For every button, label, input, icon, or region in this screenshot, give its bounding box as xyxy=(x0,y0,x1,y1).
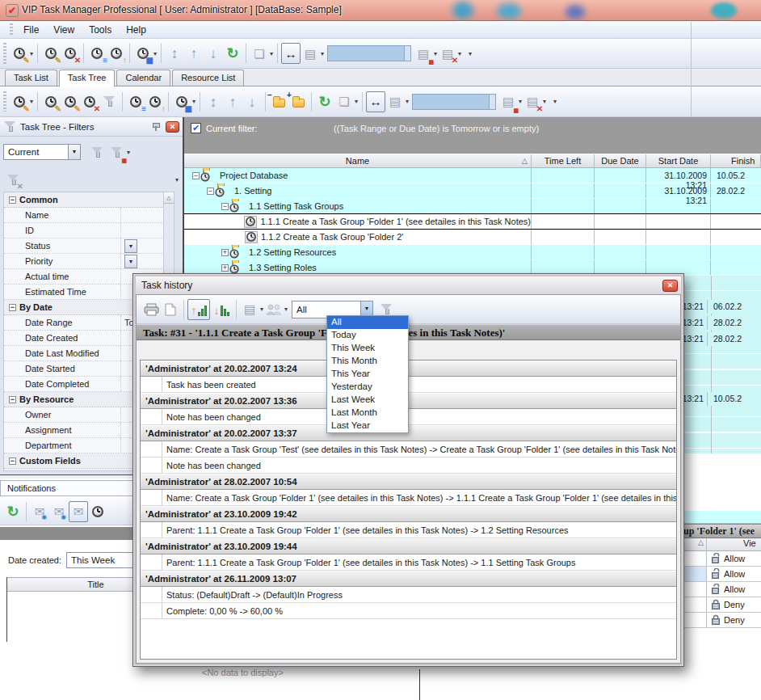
chevron-down-icon[interactable]: ▾ xyxy=(458,50,461,57)
finish-date-cell[interactable] xyxy=(711,214,761,229)
start-date-cell[interactable] xyxy=(646,245,711,259)
chevron-down-icon[interactable]: ▾ xyxy=(519,98,522,105)
chevron-down-icon[interactable]: ▾ xyxy=(153,50,157,57)
current-filter-checkbox[interactable]: ✔ xyxy=(191,123,201,133)
quick-filter-box[interactable] xyxy=(412,94,496,110)
delete-view-button[interactable]: ▤✕ xyxy=(438,43,457,64)
task-name-cell[interactable]: 1.1.1 Create a Task Group 'Folder 1' (se… xyxy=(184,214,532,229)
combo-arrow-icon[interactable]: ▼ xyxy=(124,239,137,253)
task-row[interactable]: +1.2 Setting Resources xyxy=(184,245,761,260)
move-updown-button[interactable]: ↕ xyxy=(204,91,223,112)
history-entry-detail[interactable]: Note has been changed xyxy=(141,458,676,474)
save-view-button[interactable]: ▤▦ xyxy=(414,43,433,64)
collapse-icon[interactable]: − xyxy=(9,458,16,465)
save-view-button[interactable]: ▤▦ xyxy=(498,91,518,112)
dropdown-option-all[interactable]: All xyxy=(327,316,408,329)
task-name-cell[interactable]: −1.1 Setting Task Groups xyxy=(184,199,532,213)
new-task-button[interactable]: ✎ xyxy=(10,91,29,112)
combo-arrow-icon[interactable]: ▼ xyxy=(68,145,80,159)
history-entry-detail[interactable]: Status: (Default)Draft -> (Default)In Pr… xyxy=(141,587,676,603)
combo-arrow-icon[interactable]: ▼ xyxy=(124,255,137,268)
task-row[interactable]: −Project Database31.10.2009 13:2110.05.2 xyxy=(184,168,761,183)
filter-item-priority[interactable]: Priority▼ xyxy=(4,254,174,269)
column-header-finish[interactable]: Finish xyxy=(711,154,761,167)
edit-task-button[interactable]: ✎ xyxy=(61,91,80,112)
task-list-button[interactable]: ≡ xyxy=(87,43,107,64)
delete-view-button[interactable]: ▤✕ xyxy=(523,91,542,112)
new-task-button[interactable]: ✎ xyxy=(10,43,29,64)
chevron-down-icon[interactable]: ▾ xyxy=(434,50,437,57)
due-date-cell[interactable] xyxy=(595,183,646,198)
history-entry-detail[interactable]: Parent: 1.1.1 Create a Task Group 'Folde… xyxy=(141,522,676,538)
dropdown-option-today[interactable]: Today xyxy=(327,329,408,342)
dropdown-option-this-month[interactable]: This Month xyxy=(327,355,408,368)
tab-task-tree[interactable]: Task Tree xyxy=(59,70,116,86)
chevron-down-icon[interactable]: ▾ xyxy=(284,306,288,313)
start-date-cell[interactable] xyxy=(646,199,711,213)
collapse-icon[interactable]: − xyxy=(192,172,200,179)
finish-date-cell[interactable]: 28.02.2 xyxy=(711,183,761,198)
history-entry-detail[interactable]: Complete: 0,00 % -> 60,00 % xyxy=(141,603,676,619)
chevron-down-icon[interactable]: ▾ xyxy=(192,98,196,105)
show-notifications-button[interactable]: ✉ xyxy=(69,501,88,522)
title-bar[interactable]: ✔ VIP Task Manager Professional [ User: … xyxy=(0,0,761,21)
history-entry-header[interactable]: 'Administrator' at 26.11.2009 13:07 xyxy=(141,571,676,587)
apply-filter-button[interactable] xyxy=(87,141,107,162)
history-entry-header[interactable]: 'Administrator' at 28.02.2007 10:54 xyxy=(141,474,676,490)
menu-tools[interactable]: Tools xyxy=(82,23,119,37)
permission-row[interactable]: Deny xyxy=(683,597,761,613)
tab-task-list[interactable]: Task List xyxy=(5,70,57,86)
view-column-header[interactable]: Vie xyxy=(707,538,761,550)
finish-date-cell[interactable]: 10.05.2 xyxy=(711,168,761,183)
menu-view[interactable]: View xyxy=(46,23,82,37)
tab-resource-list[interactable]: Resource List xyxy=(172,70,244,86)
sort-ascending-button[interactable]: ↑ xyxy=(187,299,210,320)
permission-value-cell[interactable]: Deny xyxy=(707,597,761,612)
tab-calendar[interactable]: Calendar xyxy=(116,70,170,86)
due-date-cell[interactable] xyxy=(595,199,646,213)
move-updown-button[interactable]: ↕ xyxy=(165,43,184,64)
task-row[interactable]: −1.1 Setting Task Groups xyxy=(184,199,761,214)
permission-select-cell[interactable] xyxy=(683,597,707,612)
notification-task-button[interactable] xyxy=(88,501,107,522)
permission-value-cell[interactable]: Allow xyxy=(707,551,761,566)
close-panel-button[interactable]: ✕ xyxy=(166,121,179,133)
time-left-cell[interactable] xyxy=(532,168,595,183)
time-left-cell[interactable] xyxy=(532,214,595,229)
due-date-cell[interactable] xyxy=(595,168,646,183)
chevron-down-icon[interactable]: ▾ xyxy=(30,50,33,57)
dropdown-option-this-year[interactable]: This Year xyxy=(327,368,408,381)
permission-select-cell[interactable] xyxy=(683,582,707,597)
expand-all-button[interactable]: + xyxy=(288,91,308,112)
dropdown-option-yesterday[interactable]: Yesterday xyxy=(327,381,408,394)
chevron-down-icon[interactable]: ▾ xyxy=(321,50,324,57)
dropdown-option-last-month[interactable]: Last Month xyxy=(327,407,408,420)
filter-preset-combobox[interactable]: Current ▼ xyxy=(3,144,81,160)
history-entry-detail[interactable]: Name: Create a Task Group 'Test' (see de… xyxy=(141,441,676,458)
print-button[interactable] xyxy=(141,299,161,320)
collapse-icon[interactable]: − xyxy=(9,196,16,204)
permission-row[interactable]: Allow xyxy=(683,567,761,582)
move-down-button[interactable]: ↓ xyxy=(242,91,262,112)
move-down-button[interactable]: ↓ xyxy=(204,43,223,64)
date-created-combobox[interactable]: This Week xyxy=(66,552,134,568)
finish-date-cell[interactable] xyxy=(711,230,761,244)
task-priority-button[interactable]: ↑ xyxy=(145,91,165,112)
start-date-cell[interactable]: 31.10.2009 13:21 xyxy=(646,168,711,183)
fit-width-button[interactable]: ↔ xyxy=(366,91,385,112)
finish-date-cell[interactable] xyxy=(711,199,761,213)
collapse-icon[interactable]: − xyxy=(9,396,16,403)
delete-task-button[interactable]: ✕ xyxy=(80,91,99,112)
expand-icon[interactable]: + xyxy=(221,264,229,272)
toolbar-overflow-icon[interactable]: ▾ xyxy=(553,98,557,105)
clear-filter-button[interactable]: ✕ xyxy=(3,169,23,190)
mark-unread-button[interactable]: ✉◉ xyxy=(49,501,69,522)
sort-descending-button[interactable]: ↓ xyxy=(210,299,233,320)
chevron-down-icon[interactable]: ▾ xyxy=(543,98,546,105)
task-row[interactable]: 1.1.2 Create a Task Group 'Folder 2' xyxy=(184,230,761,245)
dropdown-option-this-week[interactable]: This Week xyxy=(327,342,408,355)
permission-select-cell[interactable] xyxy=(683,551,707,566)
time-left-cell[interactable] xyxy=(532,199,595,213)
move-up-button[interactable]: ↑ xyxy=(223,91,242,112)
task-row[interactable]: −1. Setting31.10.2009 13:2128.02.2 xyxy=(184,183,761,199)
